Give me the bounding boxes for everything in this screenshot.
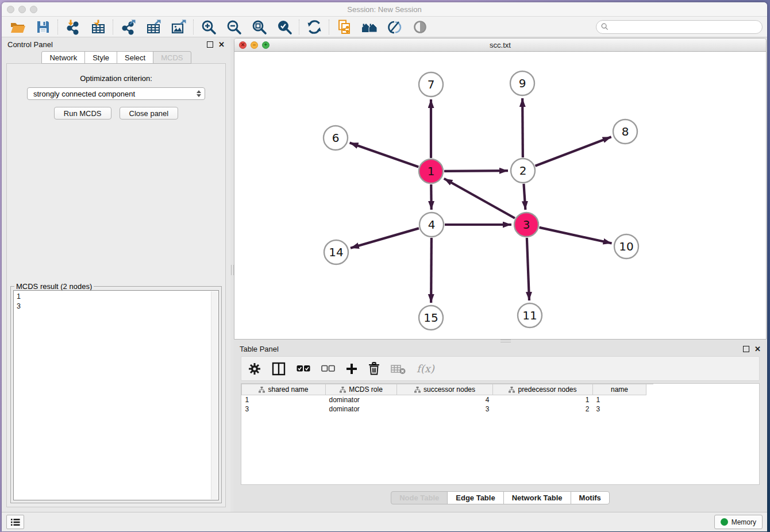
- zoom-out-icon[interactable]: [221, 17, 247, 36]
- add-row-icon[interactable]: [346, 363, 357, 375]
- horizontal-splitter[interactable]: [234, 340, 767, 342]
- apply-layout-icon[interactable]: [302, 17, 327, 36]
- mcds-result-lines: 13: [17, 292, 210, 499]
- cell-shared-name[interactable]: 3: [242, 404, 326, 414]
- edge-3-10[interactable]: [539, 228, 611, 244]
- list-icon: [11, 518, 20, 526]
- cell-predecessor-nodes[interactable]: 2: [493, 404, 593, 414]
- edge-1-6[interactable]: [350, 143, 419, 167]
- column-header-successor-nodes[interactable]: successor nodes: [397, 384, 493, 395]
- cell-shared-name[interactable]: 1: [242, 395, 326, 405]
- toolbar-separator: [113, 20, 114, 34]
- export-table-icon[interactable]: [141, 17, 166, 36]
- close-panel-button[interactable]: Close panel: [120, 107, 179, 119]
- result-scrollbar[interactable]: [211, 291, 218, 499]
- toolbar-separator: [329, 20, 330, 34]
- memory-status-icon: [721, 518, 728, 526]
- header-filler: [646, 384, 653, 395]
- table-close-panel-icon[interactable]: ✕: [754, 345, 761, 353]
- overview-icon[interactable]: [407, 17, 433, 36]
- export-image-icon[interactable]: [166, 17, 191, 36]
- tab-motifs[interactable]: Motifs: [571, 491, 610, 504]
- network-window-titlebar[interactable]: ✕ − + scc.txt: [234, 38, 766, 52]
- tab-mcds[interactable]: MCDS: [153, 51, 191, 64]
- import-network-icon[interactable]: [60, 17, 86, 36]
- column-header-MCDS-role[interactable]: MCDS role: [326, 384, 397, 395]
- node-table[interactable]: shared nameMCDS rolesuccessor nodesprede…: [241, 383, 760, 485]
- graphics-details-icon[interactable]: [382, 17, 407, 36]
- tab-style[interactable]: Style: [84, 51, 117, 64]
- toolbar-separator: [193, 20, 194, 34]
- first-neighbors-icon[interactable]: [357, 17, 382, 36]
- deselect-all-icon[interactable]: [321, 365, 335, 372]
- import-table-icon[interactable]: [86, 17, 111, 36]
- edge-2-3[interactable]: [523, 184, 525, 210]
- table-toolbar: f(x): [241, 356, 760, 381]
- search-box[interactable]: [596, 20, 763, 34]
- float-panel-icon[interactable]: [207, 41, 213, 48]
- network-graph[interactable]: 7968124314101511: [234, 52, 767, 340]
- table-panel-title: Table Panel: [240, 345, 279, 353]
- memory-label: Memory: [732, 518, 756, 526]
- edge-3-11[interactable]: [527, 238, 529, 300]
- save-session-icon[interactable]: [30, 17, 56, 36]
- run-mcds-button[interactable]: Run MCDS: [54, 107, 111, 119]
- network-canvas[interactable]: 7968124314101511: [234, 52, 766, 340]
- network-minimize-icon[interactable]: −: [251, 41, 258, 49]
- memory-button[interactable]: Memory: [714, 515, 763, 529]
- toolbar-separator: [57, 20, 59, 34]
- cell-successor-nodes[interactable]: 4: [397, 395, 493, 405]
- column-header-predecessor-nodes[interactable]: predecessor nodes: [493, 384, 593, 395]
- select-all-icon[interactable]: [297, 365, 310, 372]
- cell-name[interactable]: 1: [593, 395, 646, 405]
- search-input[interactable]: [611, 22, 762, 32]
- zoom-in-icon[interactable]: [196, 17, 221, 36]
- table-float-panel-icon[interactable]: [743, 346, 749, 352]
- edge-4-14[interactable]: [351, 228, 419, 248]
- edge-2-8[interactable]: [535, 137, 611, 166]
- cell-successor-nodes[interactable]: 3: [397, 404, 493, 414]
- selected-criterion: strongly connected component: [33, 90, 135, 98]
- panel-menu-button[interactable]: [6, 515, 24, 529]
- table-row[interactable]: 1dominator411: [242, 395, 653, 405]
- network-close-icon[interactable]: ✕: [239, 41, 247, 49]
- close-panel-icon[interactable]: ✕: [218, 41, 225, 48]
- window-title: Session: New Session: [2, 5, 767, 14]
- network-from-selection-icon[interactable]: [332, 17, 357, 36]
- optimization-criterion-select[interactable]: strongly connected component: [27, 87, 205, 100]
- tab-network-table[interactable]: Network Table: [503, 491, 571, 504]
- column-header-name[interactable]: name: [593, 384, 646, 395]
- mcds-result-title: MCDS result (2 nodes): [14, 282, 94, 291]
- edge-1-2[interactable]: [444, 171, 508, 171]
- zoom-selected-icon[interactable]: [272, 17, 297, 36]
- titlebar: Session: New Session: [2, 2, 767, 17]
- vertical-splitter[interactable]: [230, 37, 233, 512]
- cell-MCDS-role[interactable]: dominator: [326, 395, 397, 405]
- column-header-shared-name[interactable]: shared name: [242, 384, 326, 395]
- app-window: Session: New Session Control Panel ✕ Net…: [2, 2, 767, 531]
- network-maximize-icon[interactable]: +: [262, 41, 270, 49]
- cell-predecessor-nodes[interactable]: 1: [493, 395, 593, 405]
- open-session-icon[interactable]: [5, 17, 30, 36]
- columns-icon[interactable]: [272, 362, 286, 376]
- cell-MCDS-role[interactable]: dominator: [326, 404, 397, 414]
- edge-4-15[interactable]: [431, 238, 432, 303]
- zoom-fit-icon[interactable]: [247, 17, 272, 36]
- delete-row-icon[interactable]: [368, 362, 380, 375]
- table-row[interactable]: 3dominator323: [242, 404, 653, 414]
- mcds-result-textarea[interactable]: 13: [13, 290, 219, 500]
- edge-2-9[interactable]: [522, 98, 523, 157]
- tab-node-table[interactable]: Node Table: [391, 491, 448, 504]
- node-label: 1: [428, 164, 435, 178]
- tab-select[interactable]: Select: [117, 51, 153, 64]
- edge-3-1[interactable]: [444, 179, 515, 218]
- node-label: 10: [619, 240, 633, 253]
- export-network-icon[interactable]: [116, 17, 141, 36]
- search-icon: [601, 23, 609, 30]
- mcds-result-group: MCDS result (2 nodes) 13: [10, 286, 222, 503]
- gear-icon[interactable]: [248, 363, 261, 375]
- tab-edge-table[interactable]: Edge Table: [447, 491, 503, 504]
- node-label: 8: [622, 125, 629, 138]
- cell-name[interactable]: 3: [593, 404, 646, 414]
- tab-network[interactable]: Network: [41, 51, 85, 64]
